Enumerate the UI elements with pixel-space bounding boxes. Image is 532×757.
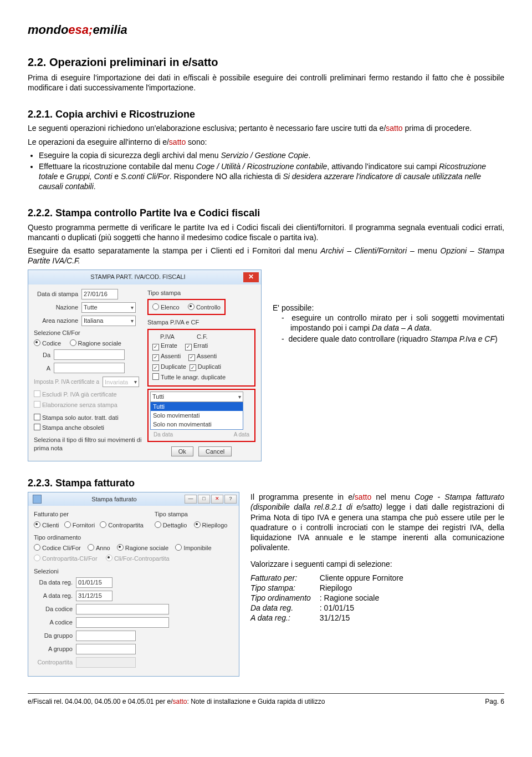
input-da-data-reg[interactable]: 01/01/15 [76, 577, 112, 588]
select-filtro[interactable]: Tutti [150, 392, 243, 402]
footer-divider [28, 693, 504, 694]
radio-imponibile[interactable] [175, 544, 182, 551]
input-da-gruppo[interactable] [76, 631, 136, 641]
radio-elenco[interactable] [152, 303, 159, 310]
para-2-2-1-b: Le operazioni da eseguire all'interno di… [28, 137, 504, 147]
close-icon[interactable]: ✕ [243, 272, 259, 282]
lbl-a: A [34, 364, 50, 372]
maximize-icon[interactable]: □ [198, 495, 210, 504]
radio-riepilogo[interactable] [194, 521, 201, 528]
dropdown-opt-solo-non[interactable]: Solo non movimentati [151, 420, 243, 429]
para-2-2-1-a: Le seguenti operazioni richiedono un'ela… [28, 123, 504, 133]
chk-duplicati[interactable]: ✓ [190, 364, 196, 371]
brand-part3: emilia [93, 23, 127, 37]
chk-assenti-piva[interactable]: ✓ [152, 354, 159, 361]
para-2-2-2-b: Eseguire da esatto separatamente la stam… [28, 246, 504, 266]
heading-2-2: 2.2. Operazioni preliminari in e/satto [28, 55, 504, 69]
radio-contropartita[interactable] [100, 521, 106, 528]
chk-duplicate[interactable]: ✓ [152, 364, 159, 371]
dialog2-title: Stampa fatturato [44, 495, 185, 503]
select-area[interactable]: Italiana [81, 316, 136, 326]
bullet-list-221: Eseguire la copia di sicurezza degli arc… [39, 150, 504, 192]
radio-ragione[interactable] [70, 339, 76, 346]
radio-controllo[interactable] [188, 303, 195, 310]
radio-codice[interactable] [34, 339, 40, 346]
dialog-titlebar: STAMPA PART. IVA/COD. FISCALI ✕ [28, 270, 261, 284]
select-nazione[interactable]: Tutte [81, 302, 136, 313]
dialog-stampa-fatturato: Stampa fatturato — □ ✕ ? Fatturato per C… [28, 492, 239, 677]
date-labels: Da data A data [150, 430, 253, 439]
lbl-tipo-stampa2: Tipo stampa [155, 510, 228, 518]
dropdown-opt-tutti[interactable]: Tutti [151, 402, 243, 411]
select-imposta: Invariata [103, 377, 139, 387]
close-icon[interactable]: ✕ [211, 495, 223, 504]
cancel-button[interactable]: Cancel [198, 446, 232, 456]
radio-dettaglio[interactable] [155, 521, 161, 528]
dialog-stampa-part-iva: STAMPA PART. IVA/COD. FISCALI ✕ Data di … [28, 270, 262, 461]
lbl-tipo-ordinamento: Tipo ordinamento [34, 534, 233, 541]
heading-2-2-2: 2.2.2. Stampa controllo Partite Iva e Co… [28, 207, 504, 220]
chk-errati[interactable]: ✓ [185, 344, 192, 350]
dropdown-filtro[interactable]: Tutti Solo movimentati Solo non moviment… [150, 402, 243, 430]
lbl-imposta: Imposta P. IVA certificate a [34, 378, 99, 385]
input-a-codice[interactable] [76, 617, 169, 628]
para-2-2: Prima di eseguire l'importazione dei dat… [28, 73, 504, 93]
input-da-codice[interactable] [76, 604, 169, 614]
input-a[interactable] [54, 363, 125, 373]
input-contropartita [76, 657, 136, 668]
chk-tutte-anagr[interactable] [152, 373, 159, 380]
side-text-222: E' possibile: - eseguire un controllo mi… [273, 303, 504, 346]
lbl-selezione-clifor: Selezione Cli/For [34, 329, 142, 337]
heading-2-2-3: 2.2.3. Stampa fatturato [28, 477, 504, 490]
input-data-stampa[interactable]: 27/01/16 [81, 289, 118, 299]
radio-rag-soc[interactable] [117, 544, 124, 551]
chk-escludi [34, 390, 40, 397]
input-da[interactable] [54, 349, 125, 360]
footer: e/Fiscali rel. 04.04.00, 04.05.00 e 04.0… [28, 698, 504, 707]
brand-part1: mondo [28, 23, 68, 37]
heading-2-2-1: 2.2.1. Copia archivi e Ricostruzione [28, 108, 504, 121]
lbl-stampa-piva: Stampa P.IVA e CF [147, 318, 255, 326]
dialog-title: STAMPA PART. IVA/COD. FISCALI [33, 273, 243, 281]
input-a-gruppo[interactable] [76, 644, 136, 654]
lbl-area: Area nazione [34, 317, 78, 324]
dialog-icon [33, 495, 42, 504]
bullet-1: Eseguire la copia di sicurezza degli arc… [39, 150, 504, 160]
lbl-da: Da [34, 351, 50, 359]
radio-cod-clifor[interactable] [34, 544, 40, 551]
radio-clienti[interactable] [34, 521, 40, 528]
bullet-2: Effettuare la ricostruzione contabile da… [39, 161, 504, 192]
lbl-data-stampa: Data di stampa [34, 290, 78, 298]
help-icon[interactable]: ? [224, 495, 237, 504]
lbl-selezioni: Selezioni [34, 567, 233, 575]
chk-anche-obs[interactable] [34, 424, 40, 430]
minimize-icon[interactable]: — [185, 495, 197, 504]
radio-fornitori[interactable] [64, 521, 71, 528]
lbl-nazione: Nazione [34, 303, 78, 311]
chk-elab [34, 401, 40, 408]
side-text-223: Il programma presente in e/satto nel men… [250, 492, 504, 623]
chk-assenti-cf[interactable]: ✓ [188, 354, 195, 361]
radio-anno[interactable] [88, 544, 94, 551]
dropdown-opt-solo-mov[interactable]: Solo movimentati [151, 411, 243, 420]
chk-errate[interactable]: ✓ [152, 344, 159, 350]
input-a-data-reg[interactable]: 31/12/15 [76, 591, 112, 601]
lbl-fatturato-per: Fatturato per [34, 510, 144, 518]
radio-contr-clifor [34, 555, 40, 561]
lbl-seleziona: Seleziona il tipo di filtro sui moviment… [34, 436, 142, 452]
para-2-2-2-a: Questo programma permette di verificare … [28, 222, 504, 242]
kv-table: Fatturato per:Cliente oppure Fornitore T… [250, 573, 412, 623]
dialog2-titlebar: Stampa fatturato — □ ✕ ? [28, 492, 239, 506]
ok-button[interactable]: Ok [171, 446, 193, 456]
lbl-tipo-stampa: Tipo stampa [147, 289, 255, 297]
radio-clifor-contr [106, 555, 112, 561]
chk-solo-autor[interactable] [34, 414, 40, 420]
brand-header: mondoesa;emilia [28, 22, 504, 38]
brand-part2: esa; [68, 23, 93, 37]
